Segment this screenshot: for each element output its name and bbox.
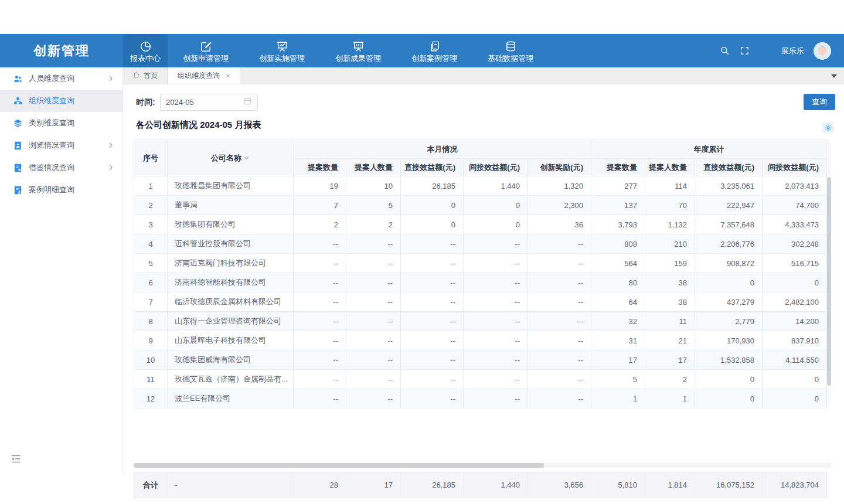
table-row: 2 董事局75002,30013770222,94774,700 xyxy=(134,196,827,215)
vertical-scrollbar-thumb[interactable] xyxy=(827,177,831,386)
nav-item-innovation-impl-mgmt[interactable]: 创新实施管理 xyxy=(244,34,320,67)
cell-value: 74,700 xyxy=(763,196,827,215)
col-company-sortable[interactable]: 公司名称 xyxy=(168,140,294,176)
total-row: 合计 -281726,1851,4403,6565,8101,81416,075… xyxy=(134,472,827,498)
cell-value: -- xyxy=(401,254,464,273)
nav-item-innovation-apply-mgmt[interactable]: 创新申请管理 xyxy=(168,34,244,67)
cell-company: 董事局 xyxy=(168,196,294,215)
sidebar-item-label: 案例明细查询 xyxy=(29,185,114,195)
tab-list-caret-icon[interactable] xyxy=(831,74,837,78)
subcol-year: 提案数量 xyxy=(591,159,645,176)
cell-seq: 9 xyxy=(134,331,168,350)
cell-value: 5 xyxy=(346,196,401,215)
sidebar-item-label: 组织维度查询 xyxy=(29,96,114,106)
table-row: 8 山东得一企业管理咨询有限公司----------32112,77914,20… xyxy=(134,312,827,331)
cell-company: 波兰EE有限公司 xyxy=(168,389,294,408)
time-input[interactable]: 2024-05 xyxy=(160,94,258,111)
cell-value: -- xyxy=(294,331,346,350)
cell-value: 17 xyxy=(591,350,645,370)
table-row: 7 临沂玫德庚辰金属材料有限公司----------6438437,2792,4… xyxy=(134,292,827,312)
cell-value: 137 xyxy=(591,196,645,215)
cell-value: -- xyxy=(346,389,401,408)
cell-company: 山东晨晖电子科技有限公司 xyxy=(168,331,294,350)
cell-value: -- xyxy=(401,292,464,312)
table-row: 3 玫德集团有限公司2200363,7931,1327,357,6484,333… xyxy=(134,215,827,234)
cell-value: 2 xyxy=(294,215,346,234)
cell-value: 32 xyxy=(591,312,645,331)
cell-seq: 8 xyxy=(134,312,168,331)
nav-item-innovation-achievement-mgmt[interactable]: 创新成果管理 xyxy=(320,34,396,67)
cell-seq: 1 xyxy=(134,176,168,196)
sidebar-item-label: 借鉴情况查询 xyxy=(29,162,107,173)
cell-value: 7 xyxy=(294,196,346,215)
cell-value: 0 xyxy=(763,370,827,389)
total-value: 28 xyxy=(294,472,346,498)
cell-value: 4,114,550 xyxy=(763,350,827,370)
nav-item-base-data-mgmt[interactable]: 基础数据管理 xyxy=(472,34,549,67)
total-value: 26,185 xyxy=(401,472,464,498)
cell-value: -- xyxy=(464,370,528,389)
presentation-line-icon xyxy=(275,39,289,53)
cell-value: -- xyxy=(464,350,528,370)
cell-value: 0 xyxy=(464,215,528,234)
table-row: 4 迈科管业控股有限公司----------8082102,206,776302… xyxy=(134,234,827,254)
cell-value: -- xyxy=(294,389,346,408)
cell-value: 38 xyxy=(645,273,695,292)
cell-value: -- xyxy=(346,370,401,389)
horizontal-scrollbar-thumb[interactable] xyxy=(134,463,544,468)
subcol-year: 直接效益额(元) xyxy=(695,159,763,176)
cell-value: -- xyxy=(294,234,346,254)
avatar[interactable] xyxy=(814,42,831,60)
tab-org-dimension-query[interactable]: 组织维度查询× xyxy=(168,67,240,84)
home-icon xyxy=(132,71,140,80)
cell-value: -- xyxy=(401,312,464,331)
cell-value: 222,947 xyxy=(695,196,763,215)
nav-item-label: 创新申请管理 xyxy=(183,54,229,63)
time-label: 时间: xyxy=(136,97,155,108)
cell-value: 17 xyxy=(645,350,695,370)
calendar-icon xyxy=(243,97,252,108)
settings-gear-icon[interactable] xyxy=(822,122,833,133)
user-name[interactable]: 展乐乐 xyxy=(781,46,804,56)
cell-company: 山东得一企业管理咨询有限公司 xyxy=(168,312,294,331)
cell-value: 64 xyxy=(591,292,645,312)
sidebar-item-reference-status-query[interactable]: 借鉴情况查询 xyxy=(0,156,122,179)
table-row: 9 山东晨晖电子科技有限公司----------3121170,930837,9… xyxy=(134,331,827,350)
sidebar-item-org-dimension-query[interactable]: 组织维度查询 xyxy=(0,90,122,112)
app-logo: 创新管理 xyxy=(0,34,123,67)
sidebar-item-category-dimension-query[interactable]: 类别维度查询 xyxy=(0,112,122,134)
cell-value: 2,206,776 xyxy=(695,234,763,254)
chevron-right-icon xyxy=(107,164,114,171)
sidebar-item-case-detail-query[interactable]: 案例明细查询 xyxy=(0,179,122,201)
cell-seq: 12 xyxy=(134,389,168,408)
total-value: 1,440 xyxy=(464,472,528,498)
nav-item-report-center[interactable]: 报表中心 xyxy=(123,34,168,67)
cell-value: 1,440 xyxy=(464,176,528,196)
pie-chart-icon xyxy=(139,39,152,53)
nav-item-label: 创新实施管理 xyxy=(259,54,305,63)
layers-icon xyxy=(13,118,23,128)
query-button[interactable]: 查询 xyxy=(804,94,835,110)
cell-seq: 6 xyxy=(134,273,168,292)
tab-home[interactable]: 首页 xyxy=(123,67,168,84)
fullscreen-icon[interactable] xyxy=(740,46,750,56)
cell-value: 0 xyxy=(464,196,528,215)
search-icon[interactable] xyxy=(719,45,730,56)
sidebar-item-browse-status-query[interactable]: 浏览情况查询 xyxy=(0,134,122,156)
collapse-sidebar-icon[interactable] xyxy=(11,454,21,464)
cell-value: 14,200 xyxy=(763,312,827,331)
cell-value: 3,793 xyxy=(591,215,645,234)
subcol-month: 直接效益额(元) xyxy=(401,159,464,176)
table-row: 5 济南迈克阀门科技有限公司----------564159908,872516… xyxy=(134,254,827,273)
cell-value: -- xyxy=(464,273,528,292)
cell-value: -- xyxy=(294,292,346,312)
total-company: - xyxy=(168,472,294,498)
sidebar-item-person-dimension-query[interactable]: 人员维度查询 xyxy=(0,67,122,90)
close-tab-icon[interactable]: × xyxy=(226,72,230,80)
total-value: 5,810 xyxy=(591,472,645,498)
nav-item-innovation-case-mgmt[interactable]: 创新案例管理 xyxy=(396,34,472,67)
people-icon xyxy=(13,74,23,84)
cell-value: -- xyxy=(401,350,464,370)
total-value: 17 xyxy=(346,472,401,498)
cell-value: 0 xyxy=(695,389,763,408)
